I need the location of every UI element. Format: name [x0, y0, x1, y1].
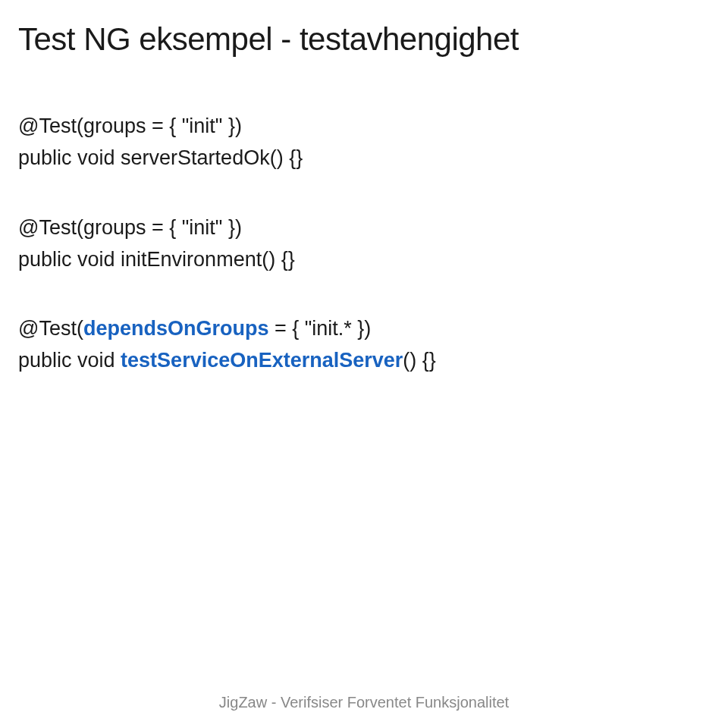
code-line: public void initEnvironment() {} — [18, 244, 710, 276]
code-line: public void testServiceOnExternalServer(… — [18, 345, 710, 377]
code-line: @Test(groups = { "init" }) — [18, 212, 710, 244]
code-text: public void — [18, 349, 121, 372]
footer-text: JigZaw - Verifsiser Forventet Funksjonal… — [0, 694, 728, 711]
code-block-3: @Test(dependsOnGroups = { "init.* }) pub… — [18, 313, 710, 377]
code-line: public void serverStartedOk() {} — [18, 143, 710, 174]
code-highlight: testServiceOnExternalServer — [121, 349, 403, 372]
code-block-1: @Test(groups = { "init" }) public void s… — [18, 111, 710, 174]
code-text: @Test( — [18, 317, 83, 340]
code-text: = { "init.* }) — [268, 317, 371, 340]
code-line: @Test(groups = { "init" }) — [18, 111, 710, 143]
code-highlight: dependsOnGroups — [83, 317, 269, 340]
code-block-2: @Test(groups = { "init" }) public void i… — [18, 212, 710, 276]
code-text: () {} — [403, 349, 436, 372]
slide-title: Test NG eksempel - testavhengighet — [18, 21, 710, 58]
code-line: @Test(dependsOnGroups = { "init.* }) — [18, 313, 710, 345]
